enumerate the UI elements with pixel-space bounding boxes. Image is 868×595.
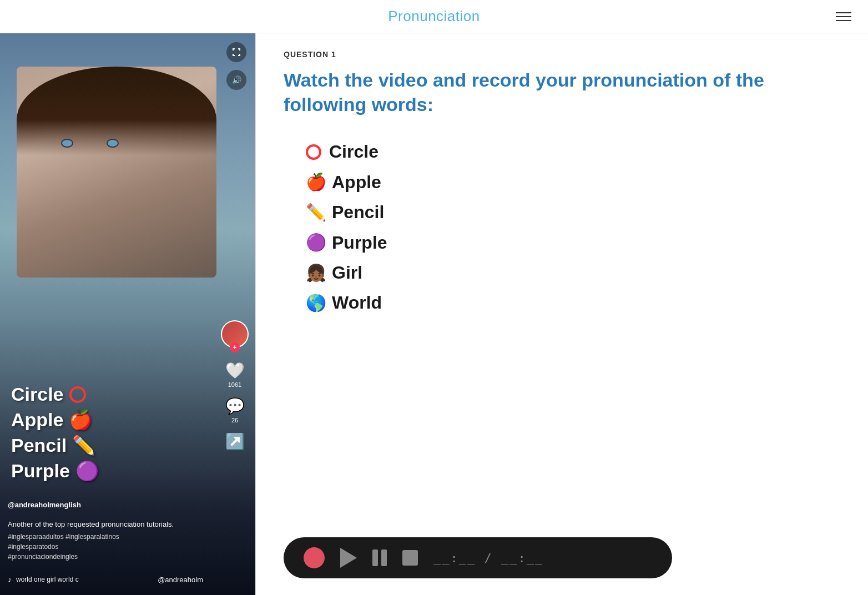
recorder-bar: __:__ / __:__ [284, 537, 672, 578]
video-panel: 🔊 + 🤍 1061 💬 26 ↗️ [0, 33, 255, 595]
world-emoji: 🌎 [306, 289, 326, 317]
video-words-overlay: Circle Apple 🍎 Pencil ✏️ Purple 🟣 [11, 382, 211, 484]
record-dot-icon [304, 547, 325, 568]
list-item: Circle [306, 137, 840, 167]
sound-button[interactable]: 🔊 [226, 70, 246, 90]
video-word-apple: Apple 🍎 [11, 407, 211, 433]
video-word-circle: Circle [11, 382, 211, 407]
avatar-container: + [221, 320, 249, 348]
video-word-pencil: Pencil ✏️ [11, 433, 211, 458]
follow-button[interactable]: + [230, 342, 240, 352]
hashtags-text: #inglesparaadultos #inglesparalatinos#in… [8, 532, 211, 562]
current-time: __:__ [433, 551, 476, 565]
time-display: __:__ / __:__ [433, 551, 543, 565]
content-panel: QUESTION 1 Watch the video and record yo… [256, 33, 868, 595]
circle-o-icon [306, 144, 321, 160]
pencil-emoji: ✏️ [72, 433, 95, 458]
video-top-controls: 🔊 [226, 42, 246, 90]
word-pencil: Pencil [332, 197, 384, 227]
pause-button[interactable] [372, 549, 387, 566]
question-text: Watch the video and record your pronunci… [284, 68, 840, 117]
tiktok-brand: @andreaholm [158, 576, 203, 584]
stop-icon [402, 550, 418, 566]
tiktok-actions: + 🤍 1061 💬 26 ↗️ [221, 320, 249, 451]
video-person [17, 67, 216, 278]
share-icon: ↗️ [225, 432, 245, 451]
word-world: World [332, 288, 382, 317]
comment-count: 26 [231, 417, 238, 423]
word-apple: Apple [332, 167, 381, 197]
list-item: 🍎 Apple [306, 167, 840, 197]
play-button[interactable] [340, 548, 357, 568]
list-item: ✏️ Pencil [306, 197, 840, 227]
girl-emoji: 👧🏾 [306, 259, 326, 287]
purple-emoji: 🟣 [306, 228, 326, 256]
apple-emoji: 🍎 [306, 168, 326, 196]
description-text: Another of the top requested pronunciati… [8, 519, 211, 530]
pencil-emoji: ✏️ [306, 198, 326, 226]
comment-action[interactable]: 💬 26 [225, 397, 245, 423]
tiktok-logo: @andreaholm [158, 576, 203, 584]
face-eyes [61, 139, 119, 148]
word-girl: Girl [332, 258, 362, 288]
stop-button[interactable] [402, 550, 418, 566]
video-word-purple: Purple 🟣 [11, 458, 211, 484]
word-purple: Purple [332, 228, 387, 258]
main-layout: 🔊 + 🤍 1061 💬 26 ↗️ [0, 33, 868, 595]
audio-bar: ♪ world one girl world c @andreaholm [8, 575, 211, 584]
menu-button[interactable] [836, 12, 851, 21]
pause-icon [372, 549, 387, 566]
apple-emoji: 🍎 [69, 407, 92, 433]
words-list: Circle 🍎 Apple ✏️ Pencil 🟣 Purple 👧🏾 Gir… [284, 137, 840, 317]
eye-left [61, 139, 73, 148]
list-item: 👧🏾 Girl [306, 258, 840, 288]
word-circle: Circle [329, 137, 379, 167]
sound-icon: 🔊 [232, 75, 241, 84]
like-count: 1061 [228, 381, 241, 388]
circle-o-icon [69, 386, 86, 403]
creator-username: @andreaholmenglish [8, 501, 81, 509]
list-item: 🌎 World [306, 288, 840, 317]
page-title: Pronunciation [388, 8, 480, 25]
time-separator: / [484, 551, 501, 565]
video-background: 🔊 + 🤍 1061 💬 26 ↗️ [0, 33, 255, 595]
heart-icon: 🤍 [225, 361, 245, 380]
purple-emoji: 🟣 [75, 458, 99, 484]
play-icon [340, 548, 357, 568]
video-description: Another of the top requested pronunciati… [8, 519, 211, 562]
share-action[interactable]: ↗️ [225, 432, 245, 451]
fullscreen-button[interactable] [226, 42, 246, 62]
list-item: 🟣 Purple [306, 228, 840, 258]
eye-right [107, 139, 119, 148]
total-time: __:__ [501, 551, 543, 565]
music-icon: ♪ [8, 575, 12, 584]
question-label: QUESTION 1 [284, 50, 840, 59]
like-action[interactable]: 🤍 1061 [225, 361, 245, 388]
comment-icon: 💬 [225, 397, 245, 415]
record-button[interactable] [304, 547, 325, 568]
app-header: Pronunciation [0, 0, 868, 33]
